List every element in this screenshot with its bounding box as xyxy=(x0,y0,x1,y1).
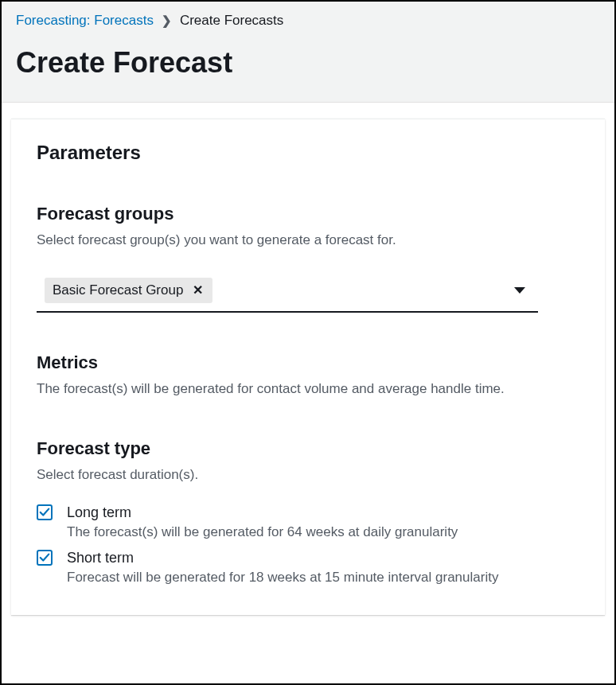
forecast-groups-section: Forecast groups Select forecast group(s)… xyxy=(37,204,579,313)
forecast-groups-multiselect[interactable]: Basic Forecast Group ✕ xyxy=(37,270,538,313)
page-title: Create Forecast xyxy=(16,46,600,80)
remove-chip-icon[interactable]: ✕ xyxy=(191,282,205,298)
caret-down-icon xyxy=(514,287,525,294)
forecast-type-description: Select forecast duration(s). xyxy=(37,465,579,485)
short-term-checkbox[interactable] xyxy=(37,550,53,566)
forecast-type-option-long-term: Long term The forecast(s) will be genera… xyxy=(37,503,579,543)
forecast-groups-heading: Forecast groups xyxy=(37,204,579,224)
forecast-type-option-short-term: Short term Forecast will be generated fo… xyxy=(37,548,579,589)
metrics-section: Metrics The forecast(s) will be generate… xyxy=(37,352,579,399)
breadcrumb: Forecasting: Forecasts ❯ Create Forecast… xyxy=(16,13,600,29)
parameters-card: Parameters Forecast groups Select foreca… xyxy=(11,119,605,615)
check-icon xyxy=(39,507,50,518)
parameters-heading: Parameters xyxy=(37,142,579,164)
short-term-description: Forecast will be generated for 18 weeks … xyxy=(67,567,579,588)
selected-group-label: Basic Forecast Group xyxy=(53,282,183,298)
selected-group-chip: Basic Forecast Group ✕ xyxy=(45,278,212,303)
chevron-right-icon: ❯ xyxy=(162,14,172,28)
long-term-checkbox[interactable] xyxy=(37,504,53,520)
forecast-type-heading: Forecast type xyxy=(37,438,579,459)
short-term-label: Short term xyxy=(67,548,579,567)
metrics-heading: Metrics xyxy=(37,352,579,373)
metrics-description: The forecast(s) will be generated for co… xyxy=(37,379,579,399)
breadcrumb-current: Create Forecasts xyxy=(180,13,283,29)
forecast-type-section: Forecast type Select forecast duration(s… xyxy=(37,438,579,588)
check-icon xyxy=(39,552,50,563)
long-term-description: The forecast(s) will be generated for 64… xyxy=(67,522,579,543)
breadcrumb-parent-link[interactable]: Forecasting: Forecasts xyxy=(16,13,154,29)
forecast-groups-description: Select forecast group(s) you want to gen… xyxy=(37,231,579,251)
long-term-label: Long term xyxy=(67,503,579,522)
